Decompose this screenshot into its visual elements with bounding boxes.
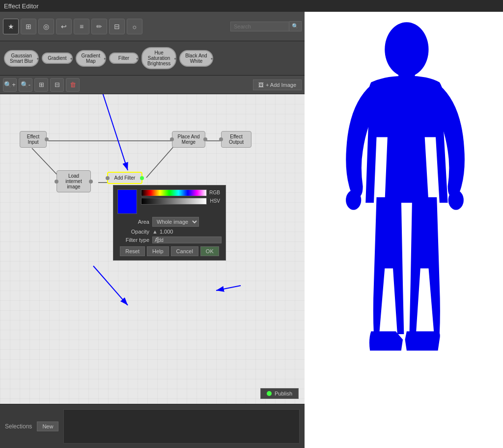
opacity-label: Opacity [117,229,149,235]
area-field: Area Whole image Selection Layer [117,217,222,227]
place-right-port[interactable] [203,137,207,141]
selections-label: Selections [5,423,32,430]
add-image-button[interactable]: 🖼 + Add Image [253,79,302,90]
svg-point-8 [346,190,361,210]
ok-button[interactable]: OK [200,246,219,256]
publish-label: Publish [275,391,292,396]
tool-circle[interactable]: ◎ [38,19,54,34]
hsv-slider[interactable]: HSV [141,198,207,205]
publish-button[interactable]: Publish [260,388,299,399]
effect-gradient-map[interactable]: GradientMap [76,50,106,67]
search-input[interactable] [230,22,289,31]
add-filter-right-port[interactable] [140,176,144,180]
ungroup-btn[interactable]: ⊟ [50,78,64,92]
image-preview-panel [305,12,503,448]
effect-input-node[interactable]: Effect Input [20,131,47,148]
bottom-bar: Selections New [0,404,305,448]
rgb-slider[interactable]: RGB [141,189,207,196]
tool-pen[interactable]: ✏ [91,19,107,34]
popup-buttons: Reset Help Cancel OK [117,246,222,256]
node-toolbar: 🔍+ 🔍- ⊞ ⊟ 🗑 🖼 + Add Image [0,76,305,94]
slider-thumb [157,237,159,243]
effect-hue[interactable]: HueSaturationBrightness [141,47,176,69]
area-select[interactable]: Whole image Selection Layer [152,217,199,227]
effect-input-right-port[interactable] [45,137,49,141]
effect-output-node[interactable]: Effect Output [221,131,252,148]
toolbar: ★ ⊞ ◎ ↩ ≡ ✏ ⊟ ☼ 🔍 [0,12,305,41]
tool-grid2[interactable]: ⊟ [109,19,125,34]
color-preview[interactable] [117,189,137,214]
load-internet-node[interactable]: Load internet image [56,170,91,192]
load-right-port[interactable] [89,180,93,184]
add-filter-left-port[interactable] [106,176,110,180]
load-left-port[interactable] [55,180,58,184]
tool-star[interactable]: ★ [3,19,19,34]
selections-area [63,409,300,444]
opacity-field: Opacity ▲ 1.000 [117,229,222,235]
filter-type-field: Filter type Add [117,237,222,243]
place-merge-node[interactable]: Place And Merge [172,131,205,148]
rgb-label: RGB [209,190,220,195]
publish-status-dot [267,391,272,396]
app-title: Effect Editor [4,2,39,10]
effect-gradient[interactable]: Gradient [42,53,72,64]
tool-brightness[interactable]: ☼ [127,19,142,34]
add-image-icon: 🖼 [258,82,264,88]
zoom-in-btn[interactable]: 🔍+ [3,78,17,92]
title-bar: Effect Editor [0,0,503,12]
color-picker-popup: RGB HSV Area Whole image Selection Layer [113,185,226,261]
hsv-label: HSV [210,198,220,204]
place-left-port[interactable] [170,137,174,141]
svg-line-1 [32,148,59,177]
opacity-value: 1.000 [160,229,173,235]
filter-type-slider[interactable]: Add [152,237,222,243]
effect-bw[interactable]: Black AndWhite [179,50,213,67]
add-filter-node[interactable]: Add Filter [107,172,142,184]
zoom-out-btn[interactable]: 🔍- [19,78,32,92]
new-button[interactable]: New [37,422,58,431]
add-image-label: + Add Image [266,82,296,88]
search-button[interactable]: 🔍 [289,21,302,31]
help-button[interactable]: Help [147,246,169,256]
output-left-port[interactable] [219,137,223,141]
tool-lines[interactable]: ≡ [74,19,89,34]
person-silhouette [322,17,486,444]
effect-strip: GaussianSmart Blur Gradient GradientMap … [0,41,305,76]
node-canvas: Effect Input Load internet image Add Fil… [0,94,305,404]
group-btn[interactable]: ⊞ [34,78,48,92]
tool-grid[interactable]: ⊞ [21,19,36,34]
filter-type-label: Filter type [117,237,149,243]
svg-point-6 [385,22,428,77]
svg-point-9 [448,190,463,210]
svg-line-3 [146,146,174,178]
delete-btn[interactable]: 🗑 [66,78,80,92]
effect-gaussian[interactable]: GaussianSmart Blur [4,50,39,67]
tool-undo[interactable]: ↩ [56,19,72,34]
effect-filter[interactable]: Filter [109,53,139,64]
cancel-button[interactable]: Cancel [171,246,198,256]
area-label: Area [117,219,149,225]
reset-button[interactable]: Reset [120,246,145,256]
search-box: 🔍 [230,21,302,31]
